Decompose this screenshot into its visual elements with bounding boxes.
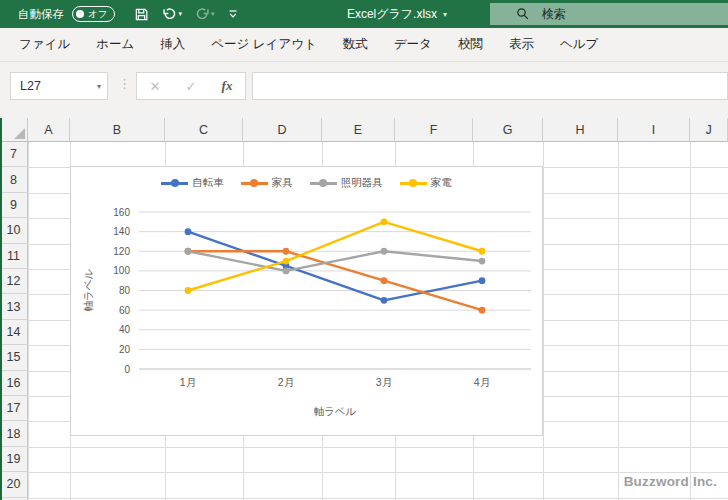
column-header-E[interactable]: E — [322, 118, 395, 142]
legend-dot-icon — [319, 179, 327, 187]
name-box[interactable]: L27 ▾ — [10, 72, 108, 100]
row-header-20[interactable]: 20 — [0, 472, 28, 497]
column-header-H[interactable]: H — [543, 118, 618, 142]
svg-text:20: 20 — [119, 344, 131, 355]
ribbon-tab-2[interactable]: 挿入 — [147, 28, 198, 61]
legend-item: 自転車 — [161, 176, 224, 190]
formula-input[interactable] — [252, 72, 728, 100]
ribbon-tab-1[interactable]: ホーム — [83, 28, 147, 61]
chart-plot: 0204060801001201401601月2月3月4月 — [71, 167, 542, 435]
save-icon — [134, 7, 149, 22]
legend-item: 家具 — [241, 176, 293, 190]
legend-item: 家電 — [400, 176, 452, 190]
name-box-value: L27 — [20, 79, 97, 93]
column-header-B[interactable]: B — [70, 118, 165, 142]
autosave-label: 自動保存 — [18, 7, 64, 22]
autosave-toggle[interactable]: オフ — [72, 6, 115, 22]
row-header-10[interactable]: 10 — [0, 218, 28, 243]
quick-access-toolbar: ▾ ▾ — [129, 3, 244, 25]
undo-dropdown-icon[interactable]: ▾ — [178, 10, 182, 18]
filename: Excelグラフ.xlsx — [347, 6, 437, 23]
cancel-button[interactable]: ✕ — [150, 79, 161, 94]
enter-button[interactable]: ✓ — [186, 79, 197, 94]
legend-marker-icon — [310, 182, 337, 185]
chart-object[interactable]: 軸ラベル 軸ラベル 0204060801001201401601月2月3月4月自… — [70, 166, 543, 436]
legend-dot-icon — [250, 179, 258, 187]
redo-button[interactable]: ▾ — [190, 3, 220, 25]
ribbon-tab-5[interactable]: データ — [381, 28, 445, 61]
name-box-dropdown-icon[interactable]: ▾ — [97, 82, 101, 91]
ribbon-tab-0[interactable]: ファイル — [6, 28, 83, 61]
row-header-19[interactable]: 19 — [0, 447, 28, 472]
legend-dot-icon — [171, 179, 179, 187]
column-header-C[interactable]: C — [165, 118, 243, 142]
title-dropdown-icon[interactable]: ▾ — [443, 10, 447, 19]
formula-bar-separator: ⋮ — [118, 76, 131, 91]
redo-icon — [195, 7, 210, 22]
row-header-15[interactable]: 15 — [0, 345, 28, 370]
row-header-14[interactable]: 14 — [0, 320, 28, 345]
legend-label: 家具 — [272, 176, 293, 190]
svg-text:0: 0 — [124, 364, 130, 375]
row-header-17[interactable]: 17 — [0, 396, 28, 421]
window-left-border — [0, 118, 2, 500]
svg-text:4月: 4月 — [474, 376, 490, 388]
ribbon-tab-8[interactable]: ヘルプ — [547, 28, 611, 61]
row-header-12[interactable]: 12 — [0, 269, 28, 294]
redo-dropdown-icon: ▾ — [211, 10, 215, 18]
select-all-corner[interactable] — [0, 118, 28, 142]
legend-dot-icon — [409, 179, 417, 187]
customize-toolbar-icon — [227, 8, 239, 20]
insert-function-button[interactable]: fx — [222, 78, 233, 94]
title-bar: 自動保存 オフ ▾ — [0, 0, 728, 28]
row-header-16[interactable]: 16 — [0, 371, 28, 396]
column-header-I[interactable]: I — [618, 118, 690, 142]
ribbon-tab-6[interactable]: 校閲 — [445, 28, 496, 61]
sheet-grid[interactable]: ABCDEFGHIJ789101112131415161718192021 軸ラ… — [0, 118, 728, 500]
chart-legend: 自転車家具照明器具家電 — [71, 176, 542, 190]
svg-text:100: 100 — [113, 265, 130, 276]
row-header-13[interactable]: 13 — [0, 294, 28, 319]
ribbon-tab-3[interactable]: ページ レイアウト — [198, 28, 330, 61]
svg-text:3月: 3月 — [376, 376, 392, 388]
column-header-J[interactable]: J — [690, 118, 728, 142]
svg-text:1月: 1月 — [180, 376, 196, 388]
column-header-D[interactable]: D — [243, 118, 322, 142]
svg-text:60: 60 — [119, 305, 131, 316]
undo-icon — [162, 7, 177, 22]
grid-line — [28, 447, 728, 448]
toggle-knob-icon — [76, 10, 84, 18]
ribbon-tab-7[interactable]: 表示 — [496, 28, 547, 61]
legend-label: 自転車 — [192, 176, 224, 190]
legend-marker-icon — [161, 182, 188, 185]
excel-window: 自動保存 オフ ▾ — [0, 0, 728, 500]
ribbon-tab-4[interactable]: 数式 — [330, 28, 381, 61]
save-button[interactable] — [129, 3, 154, 25]
column-header-G[interactable]: G — [473, 118, 543, 142]
grid-line — [28, 498, 728, 499]
svg-text:160: 160 — [113, 207, 130, 218]
svg-text:120: 120 — [113, 246, 130, 257]
search-label: 検索 — [542, 6, 566, 23]
column-header-A[interactable]: A — [28, 118, 70, 142]
search-box[interactable]: 検索 — [490, 3, 728, 25]
ribbon-tab-bar: ファイルホーム挿入ページ レイアウト数式データ校閲表示ヘルプ — [0, 28, 728, 62]
svg-text:80: 80 — [119, 285, 131, 296]
row-header-11[interactable]: 11 — [0, 244, 28, 269]
row-header-8[interactable]: 8 — [0, 167, 28, 192]
autosave-state: オフ — [88, 8, 107, 21]
row-header-18[interactable]: 18 — [0, 421, 28, 446]
legend-marker-icon — [400, 182, 427, 185]
formula-buttons: ✕ ✓ fx — [136, 72, 246, 100]
search-icon — [516, 7, 530, 21]
formula-bar-row: L27 ▾ ⋮ ✕ ✓ fx — [0, 62, 728, 118]
window-title: Excelグラフ.xlsx ▾ — [347, 0, 447, 28]
row-header-7[interactable]: 7 — [0, 142, 28, 167]
undo-button[interactable]: ▾ — [157, 3, 187, 25]
column-header-F[interactable]: F — [395, 118, 473, 142]
qat-customize-button[interactable] — [222, 3, 244, 25]
svg-text:140: 140 — [113, 226, 130, 237]
legend-marker-icon — [241, 182, 268, 185]
legend-label: 家電 — [431, 176, 452, 190]
row-header-9[interactable]: 9 — [0, 193, 28, 218]
